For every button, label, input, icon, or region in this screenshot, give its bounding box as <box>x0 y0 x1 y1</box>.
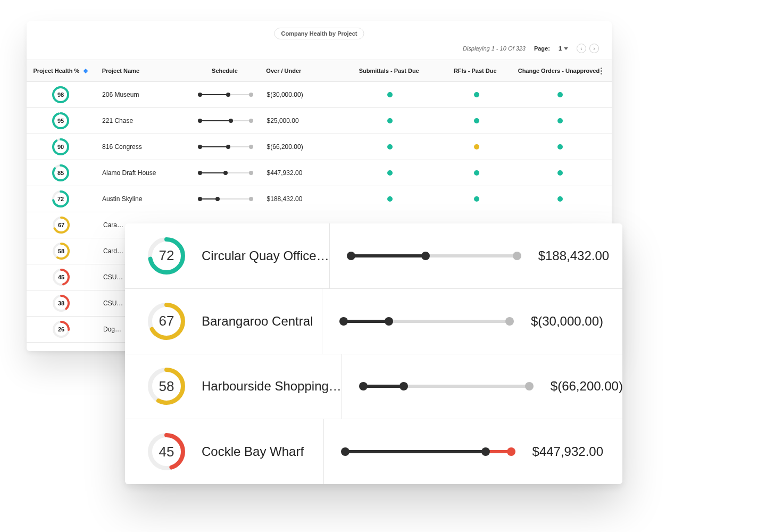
cell-submittals <box>345 144 434 149</box>
cell-submittals <box>345 118 434 123</box>
health-ring-icon: 95 <box>52 112 70 130</box>
health-value: 45 <box>52 268 70 286</box>
cell-health: 26 <box>27 320 96 338</box>
detail-left: 58 Harbourside Shopping… <box>125 354 342 419</box>
health-ring-icon: 72 <box>147 237 186 275</box>
health-value: 67 <box>147 302 186 340</box>
schedule-bar <box>343 447 513 456</box>
status-dot-icon <box>387 144 393 149</box>
prev-page-button[interactable]: ‹ <box>577 44 586 53</box>
cell-changeorders <box>518 170 602 176</box>
col-submittals[interactable]: Submittals - Past Due <box>345 68 434 74</box>
cell-changeorders <box>518 92 602 97</box>
health-ring-icon: 90 <box>52 138 70 156</box>
health-value: 26 <box>52 320 70 338</box>
detail-row[interactable]: 67 Barangaroo Central $(30,000.00) <box>125 289 622 354</box>
schedule-bar <box>199 119 252 123</box>
cell-health: 67 <box>27 216 96 234</box>
col-name[interactable]: Project Name <box>95 68 191 74</box>
next-page-button[interactable]: › <box>589 44 599 53</box>
col-health-label: Project Health % <box>33 68 79 74</box>
schedule-bar <box>342 317 512 326</box>
cell-changeorders <box>518 196 602 202</box>
status-dot-icon <box>557 144 563 149</box>
col-more <box>601 68 612 74</box>
col-changeorders[interactable]: Change Orders - Unapproved <box>517 68 601 74</box>
cell-submittals <box>345 196 434 202</box>
col-rfis[interactable]: RFIs - Past Due <box>434 68 517 74</box>
schedule-bar <box>199 145 252 149</box>
page-select[interactable]: 1 <box>559 45 568 52</box>
detail-amount: $188,432.00 <box>538 248 609 263</box>
status-dot-icon <box>387 196 393 202</box>
cell-schedule <box>192 145 260 149</box>
health-ring-icon: 85 <box>52 164 70 182</box>
col-schedule-label: Schedule <box>212 68 238 74</box>
health-value: 98 <box>52 86 70 104</box>
cell-health: 85 <box>27 164 95 182</box>
cell-health: 72 <box>27 190 95 208</box>
health-ring-icon: 72 <box>52 190 70 208</box>
cell-name: 221 Chase <box>95 117 191 124</box>
cell-submittals <box>345 92 434 97</box>
health-ring-icon: 26 <box>52 320 70 338</box>
schedule-bar <box>199 93 252 97</box>
col-overunder[interactable]: Over / Under <box>259 68 344 74</box>
cell-health: 98 <box>27 86 95 104</box>
pager: Displaying 1 - 10 Of 323 Page: 1 ‹ › <box>463 44 599 53</box>
pager-range: Displaying 1 - 10 Of 323 <box>463 45 526 52</box>
cell-submittals <box>345 170 434 176</box>
col-name-label: Project Name <box>102 68 139 74</box>
status-dot-icon <box>387 118 393 123</box>
health-ring-icon: 67 <box>147 302 186 340</box>
detail-right: $188,432.00 <box>330 223 622 288</box>
detail-row[interactable]: 72 Circular Quay Office… $188,432.00 <box>125 223 622 289</box>
col-rfis-label: RFIs - Past Due <box>454 68 497 74</box>
cell-schedule <box>192 93 260 97</box>
table-row[interactable]: 72 Austin Skyline $188,432.00 <box>27 186 612 212</box>
col-schedule[interactable]: Schedule <box>191 68 259 74</box>
cell-overunder: $25,000.00 <box>260 117 346 124</box>
col-health[interactable]: Project Health % <box>27 68 95 74</box>
status-dot-icon <box>557 170 563 176</box>
status-dot-icon <box>387 92 393 97</box>
table-row[interactable]: 95 221 Chase $25,000.00 <box>27 108 612 134</box>
detail-row[interactable]: 58 Harbourside Shopping… $(66,200.00) <box>125 354 622 420</box>
detail-card: 72 Circular Quay Office… $188,432.00 67 … <box>125 223 622 484</box>
cell-overunder: $(66,200.00) <box>260 143 346 151</box>
status-dot-icon <box>474 144 479 149</box>
detail-right: $447,932.00 <box>324 419 622 484</box>
health-ring-icon: 38 <box>52 294 70 312</box>
table-row[interactable]: 90 816 Congress $(66,200.00) <box>27 134 612 160</box>
health-ring-icon: 58 <box>52 242 70 260</box>
cell-overunder: $447,932.00 <box>260 169 346 177</box>
detail-project-name: Cockle Bay Wharf <box>202 444 304 459</box>
table-row[interactable]: 98 206 Museum $(30,000.00) <box>27 82 612 108</box>
detail-row[interactable]: 45 Cockle Bay Wharf $447,932.00 <box>125 419 622 484</box>
cell-rfis <box>435 170 519 176</box>
status-dot-icon <box>557 92 563 97</box>
health-value: 85 <box>52 164 70 182</box>
table-row[interactable]: 85 Alamo Draft House $447,932.00 <box>27 160 612 186</box>
schedule-bar <box>349 252 519 260</box>
detail-amount: $(66,200.00) <box>551 379 622 394</box>
detail-left: 45 Cockle Bay Wharf <box>125 419 324 484</box>
status-dot-icon <box>557 196 563 202</box>
status-dot-icon <box>474 118 479 123</box>
detail-project-name: Barangaroo Central <box>202 314 313 329</box>
detail-project-name: Harbourside Shopping… <box>202 379 342 394</box>
health-value: 58 <box>147 367 186 405</box>
status-dot-icon <box>474 170 479 176</box>
pager-label: Page: <box>534 45 550 52</box>
col-changeorders-label: Change Orders - Unapproved <box>518 68 600 74</box>
cell-schedule <box>192 197 260 201</box>
panel-title-pill: Company Health by Project <box>274 28 364 39</box>
health-value: 58 <box>52 242 70 260</box>
cell-overunder: $(30,000.00) <box>260 91 346 98</box>
health-value: 95 <box>52 112 70 130</box>
cell-rfis <box>435 118 519 123</box>
more-menu-icon[interactable] <box>601 68 602 74</box>
detail-left: 67 Barangaroo Central <box>125 289 322 354</box>
col-overunder-label: Over / Under <box>266 68 301 74</box>
caret-down-icon <box>564 47 568 50</box>
